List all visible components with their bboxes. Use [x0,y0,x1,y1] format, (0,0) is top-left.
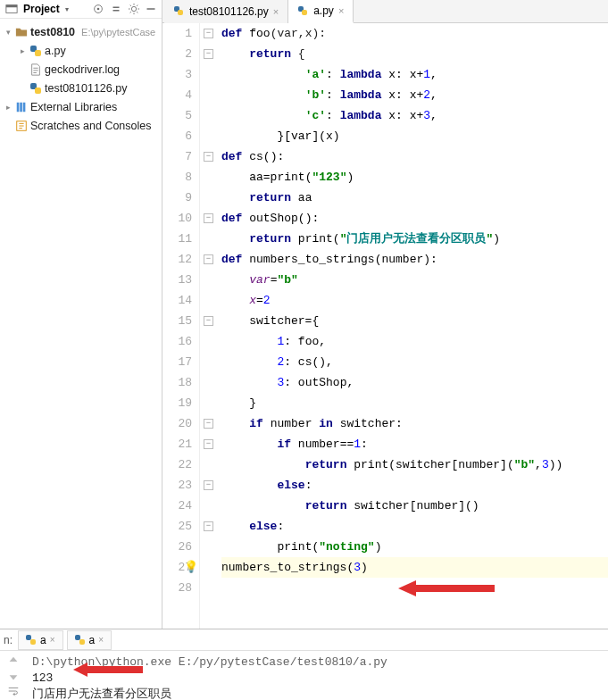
editor-tabs: test08101126.py × a.py × [162,0,608,23]
run-output[interactable]: D:\python\python.exe E:/py/pytestCase/te… [27,651,393,700]
project-sidebar: Project ▾ ▾ test0810 E:\py\pytestCase ▸ … [0,0,162,629]
svg-rect-23 [79,639,85,645]
run-command: D:\python\python.exe E:/py/pytestCase/te… [32,654,387,671]
svg-rect-12 [23,102,26,112]
project-icon [5,3,18,15]
svg-rect-22 [75,635,80,640]
run-output-line: 门店用户无法查看分区职员 [32,687,387,700]
run-tab-label: a [40,634,46,646]
svg-rect-1 [6,5,17,8]
tree-root-name: test0810 [30,26,75,38]
tree-item-label: a.py [45,45,66,57]
collapse-icon[interactable] [110,3,122,15]
run-tab[interactable]: a × [18,630,63,650]
line-number-gutter: 1234567891011121314151617181920212223242… [162,23,200,629]
editor-pane: test08101126.py × a.py × 123456789101112… [162,0,608,629]
chevron-right-icon[interactable]: ▸ [4,103,12,112]
fold-marker-icon[interactable]: − [204,254,213,264]
tree-item-a-py[interactable]: ▸ a.py [0,41,162,60]
close-icon[interactable]: × [273,6,279,17]
python-file-icon [29,45,42,57]
project-dropdown-icon[interactable]: ▾ [65,5,69,13]
scratch-icon [15,120,28,132]
python-file-icon [26,635,37,646]
python-file-icon [297,5,309,17]
code-area[interactable]: 1234567891011121314151617181920212223242… [162,23,608,629]
svg-rect-10 [17,102,20,112]
svg-rect-20 [26,635,31,640]
tree-item-test0810[interactable]: test08101126.py [0,79,162,97]
fold-marker-icon[interactable]: − [204,419,213,429]
arrow-down-icon[interactable] [7,670,20,682]
project-toolbar: Project ▾ [0,0,162,19]
wrap-icon[interactable] [7,685,20,697]
run-output-line: 123 [32,671,387,687]
svg-rect-15 [178,10,183,15]
svg-rect-21 [30,639,36,645]
run-tab-label: a [89,634,96,646]
fold-marker-icon[interactable]: − [204,152,213,162]
fold-column[interactable]: −−−−−−−−−− [200,23,218,629]
tree-item-label: External Libraries [30,101,117,113]
svg-rect-7 [35,50,41,56]
chevron-right-icon[interactable]: ▸ [18,46,27,55]
fold-marker-icon[interactable]: − [204,316,213,326]
tree-item-label: test08101126.py [45,82,127,95]
run-tabs: n: a × a × [0,629,608,651]
fold-marker-icon[interactable]: − [204,29,213,38]
hide-icon[interactable] [146,4,156,14]
tab-a-py[interactable]: a.py × [288,0,354,23]
project-tree[interactable]: ▾ test0810 E:\py\pytestCase ▸ a.py gecko… [0,19,162,138]
locate-icon[interactable] [92,3,104,15]
intention-bulb-icon[interactable]: 💡 [184,560,198,573]
tree-root-path: E:\py\pytestCase [81,27,155,38]
chevron-down-icon[interactable]: ▾ [4,28,12,37]
python-file-icon [75,635,86,646]
tab-test08101126[interactable]: test08101126.py × [164,0,288,23]
gear-icon[interactable] [128,3,140,15]
tree-root[interactable]: ▾ test0810 E:\py\pytestCase [0,22,162,41]
fold-marker-icon[interactable]: − [204,49,213,59]
tree-external-libs[interactable]: ▸ External Libraries [0,97,162,116]
fold-marker-icon[interactable]: − [204,213,213,223]
svg-rect-17 [302,10,307,15]
svg-point-4 [131,6,136,11]
fold-marker-icon[interactable]: − [204,521,213,531]
python-file-icon [29,82,42,95]
svg-rect-5 [147,8,155,10]
project-label[interactable]: Project [23,3,60,15]
run-tab[interactable]: a × [67,630,112,650]
tab-label: test08101126.py [189,5,269,18]
fold-marker-icon[interactable]: − [204,439,213,449]
tree-item-label: geckodriver.log [45,63,120,76]
python-file-icon [173,5,185,17]
tree-item-label: Scratches and Consoles [30,120,152,132]
tab-label: a.py [313,4,334,17]
text-file-icon [29,63,42,76]
fold-marker-icon[interactable]: − [204,480,213,490]
close-icon[interactable]: × [50,635,55,645]
library-icon [15,101,28,113]
svg-point-3 [97,8,100,11]
svg-rect-9 [35,88,41,94]
svg-rect-11 [20,102,22,112]
code-content[interactable]: def foo(var,x): return { 'a': lambda x: … [218,23,608,629]
close-icon[interactable]: × [338,5,344,16]
tree-scratches[interactable]: Scratches and Consoles [0,116,162,135]
tree-item-geckodriver[interactable]: geckodriver.log [0,60,162,79]
run-toolbar [0,651,27,700]
run-panel: n: a × a × D:\python\python.exe E:/py/py… [0,629,608,700]
arrow-up-icon[interactable] [7,654,20,667]
folder-icon [15,26,28,38]
run-label: n: [2,634,14,646]
close-icon[interactable]: × [98,635,104,645]
